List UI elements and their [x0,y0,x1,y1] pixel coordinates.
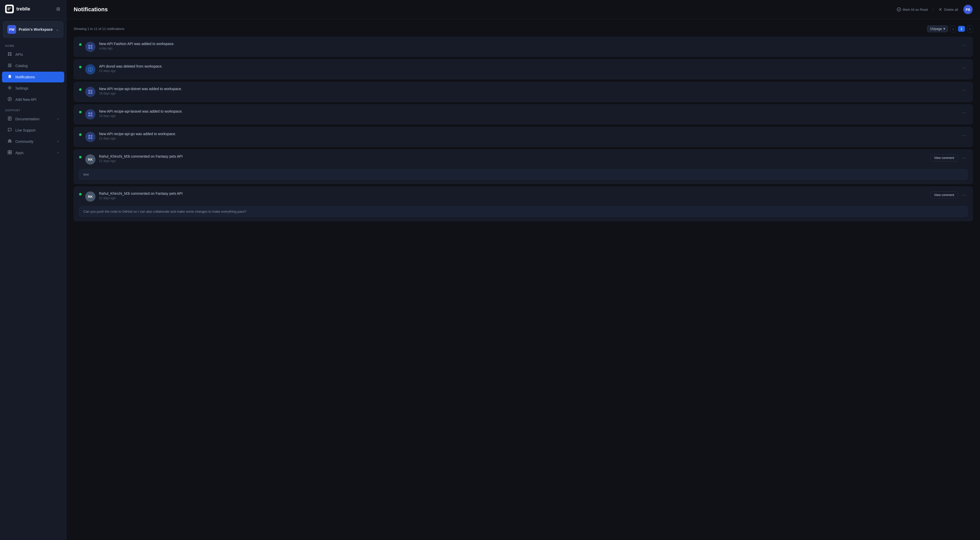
sidebar-item-live-support[interactable]: Live Support [2,125,64,135]
svg-rect-28 [91,112,92,114]
svg-rect-21 [91,47,92,49]
svg-rect-7 [8,66,11,67]
svg-rect-24 [91,90,92,92]
notification-body: API dsvsd was deleted from workspace. 12… [99,64,957,73]
catalog-icon [7,63,12,68]
svg-rect-13 [8,150,10,152]
sidebar: treblle ⊞ PW Pratim's Workspace ⌄ HOME A… [0,0,67,540]
per-page-select[interactable]: 15/page ▾ [927,25,948,32]
check-circle-icon [897,8,901,11]
support-section-label: SUPPORT [0,105,66,113]
svg-rect-25 [88,92,90,94]
next-page-button[interactable]: › [967,25,973,32]
api-icon-circle [85,87,95,97]
logo: treblle [5,5,30,13]
svg-rect-31 [88,135,90,137]
notif-user-avatar: RK [85,155,95,164]
sidebar-item-notifications[interactable]: Notifications [2,72,64,83]
notification-actions: ··· [961,42,967,48]
svg-rect-3 [8,54,10,56]
more-options-button[interactable]: ··· [961,155,967,161]
more-options-button[interactable]: ··· [961,109,967,116]
page-1-button[interactable]: 1 [958,26,965,32]
workspace-name: Pratim's Workspace [19,27,53,32]
notification-row: RK Rahul_Khinchi_M3i commented on Fantas… [74,187,972,206]
sidebar-item-catalog[interactable]: Catalog [2,61,64,71]
more-options-button[interactable]: ··· [961,64,967,71]
svg-rect-16 [10,153,11,154]
svg-rect-26 [91,92,92,94]
api-icon-circle [85,109,95,119]
user-avatar[interactable]: PB [963,5,973,14]
sidebar-item-add-new-api[interactable]: Add New API [2,94,64,105]
svg-rect-15 [8,153,10,154]
notif-user-avatar: RK [85,191,95,202]
notification-message: New API recipe-api-go was added to works… [99,132,957,136]
notification-row: New API recipe-api-laravel was added to … [74,105,972,124]
svg-rect-29 [88,115,90,116]
notification-actions: View comment ··· [931,191,968,199]
svg-rect-6 [8,65,11,66]
notification-message: New API recipe-api-dotnet was added to w… [99,87,957,91]
apis-label: APIs [15,53,59,57]
view-comment-button[interactable]: View comment [931,155,958,161]
notifications-list: New API Fashion API was added to workspa… [74,37,973,221]
notification-card: New API Fashion API was added to workspa… [74,37,973,57]
add-icon [7,97,12,102]
unread-dot [79,133,82,136]
notification-row: RK Rahul_Khinchi_M3i commented on Fantas… [74,150,972,169]
delete-all-button[interactable]: Delete all [938,8,958,11]
svg-point-8 [9,87,11,89]
more-options-button[interactable]: ··· [961,87,967,93]
external-link-icon: ↗ [57,117,59,121]
community-icon [7,139,12,144]
sidebar-item-documentation[interactable]: Documentation ↗ [2,114,64,124]
unread-dot [79,66,82,68]
notification-time: 12 days ago [99,69,957,73]
documentation-label: Documentation [15,117,54,121]
topbar: Notifications Mark All as Read Delete al… [67,0,980,19]
unread-dot [79,43,82,46]
sidebar-item-apis[interactable]: APIs [2,49,64,60]
svg-rect-32 [91,135,92,137]
comment-box: Can you push the code to GitHub so I can… [79,206,967,217]
mark-all-read-label: Mark All as Read [903,8,928,11]
unread-dot [79,88,82,91]
notification-time: 21 days ago [99,196,927,200]
sidebar-toggle-button[interactable]: ⊞ [55,5,61,13]
more-options-button[interactable]: ··· [961,132,967,139]
notification-row: New API recipe-api-dotnet was added to w… [74,82,972,102]
notifications-icon [7,75,12,80]
more-options-button[interactable]: ··· [961,192,967,198]
svg-rect-4 [10,54,11,56]
view-comment-button[interactable]: View comment [931,191,958,199]
apis-icon [7,52,12,57]
more-options-button[interactable]: ··· [961,42,967,48]
notification-time: 18 days ago [99,92,957,95]
sidebar-item-apps[interactable]: Apps ↗ [2,147,64,158]
notification-card: API dsvsd was deleted from workspace. 12… [74,59,973,79]
workspace-selector[interactable]: PW Pratim's Workspace ⌄ [3,21,63,38]
notification-row: API dsvsd was deleted from workspace. 12… [74,60,972,79]
delete-all-label: Delete all [944,8,958,11]
notification-card: RK Rahul_Khinchi_M3i commented on Fantas… [74,186,973,221]
chevron-down-icon: ⌄ [56,27,59,32]
settings-label: Settings [15,86,59,90]
logo-icon [5,5,14,13]
api-icon-circle [85,132,95,142]
prev-page-button[interactable]: ‹ [950,25,956,32]
home-section-label: HOME [0,41,66,49]
notification-message: Rahul_Khinchi_M3i commented on Fantasy p… [99,155,927,158]
notification-row: New API Fashion API was added to workspa… [74,37,972,57]
svg-point-12 [10,140,11,141]
mark-all-read-button[interactable]: Mark All as Read [897,8,928,11]
catalog-label: Catalog [15,64,59,68]
external-link-icon-apps: ↗ [57,151,59,155]
sidebar-item-community[interactable]: Community ↗ [2,136,64,147]
comment-box: test [79,169,967,180]
notification-body: New API Fashion API was added to workspa… [99,42,957,50]
sidebar-item-settings[interactable]: Settings [2,83,64,94]
notification-card: New API recipe-api-go was added to works… [74,127,973,147]
per-page-value: 15/page [930,27,942,31]
workspace-avatar: PW [8,25,16,34]
